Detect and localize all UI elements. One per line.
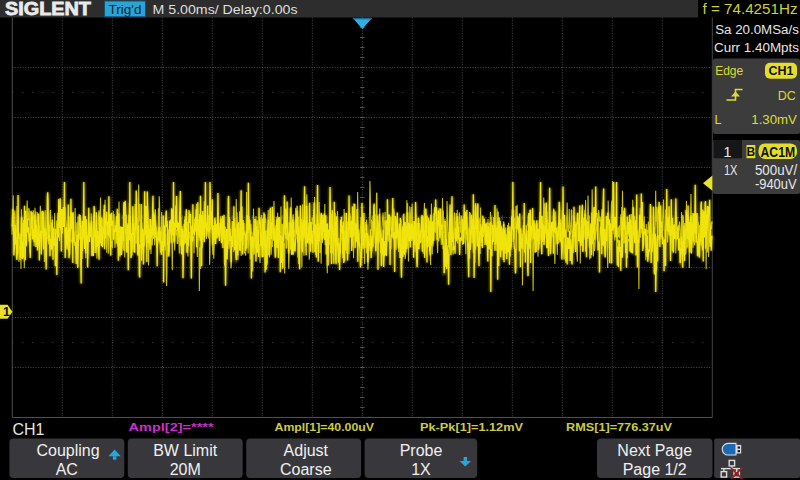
svg-text:AC: AC [56,461,78,478]
svg-text:CH1: CH1 [13,421,45,438]
svg-text:Edge: Edge [715,64,743,78]
svg-text:Adjust: Adjust [284,442,329,459]
svg-text:CH1: CH1 [768,64,793,78]
svg-text:BW Limit: BW Limit [153,442,218,459]
svg-text:-940uV: -940uV [755,176,797,192]
svg-text:1: 1 [3,305,10,319]
svg-text:Coupling: Coupling [36,442,99,459]
svg-text:RMS[1]=776.37uV: RMS[1]=776.37uV [566,421,672,433]
svg-text:Sa 20.0MSa/s: Sa 20.0MSa/s [715,23,799,37]
svg-text:Next Page: Next Page [617,442,692,459]
svg-text:Trig'd: Trig'd [109,2,142,17]
svg-text:Coarse: Coarse [280,461,332,478]
svg-text:1X: 1X [724,162,738,178]
svg-text:1X: 1X [411,461,431,478]
svg-text:Ampl[2]=****: Ampl[2]=**** [129,421,215,433]
svg-text:B: B [747,145,756,159]
svg-text:AC1M: AC1M [761,144,796,160]
svg-text:20M: 20M [170,461,201,478]
svg-text:1.30mV: 1.30mV [751,113,797,127]
svg-text:DC: DC [778,89,796,103]
svg-text:M 5.00ms/ Delay:0.00s: M 5.00ms/ Delay:0.00s [153,2,298,17]
svg-text:Curr 1.40Mpts: Curr 1.40Mpts [714,41,799,55]
svg-text:Ampl[1]=40.00uV: Ampl[1]=40.00uV [275,421,375,433]
svg-text:Probe: Probe [400,442,443,459]
svg-text:L: L [714,113,721,127]
svg-text:SIGLENT: SIGLENT [5,0,91,19]
svg-text:Page 1/2: Page 1/2 [623,461,687,478]
svg-text:f = 74.4251Hz: f = 74.4251Hz [703,0,798,17]
svg-text:Pk-Pk[1]=1.12mV: Pk-Pk[1]=1.12mV [420,421,523,433]
svg-text:1: 1 [723,143,731,160]
